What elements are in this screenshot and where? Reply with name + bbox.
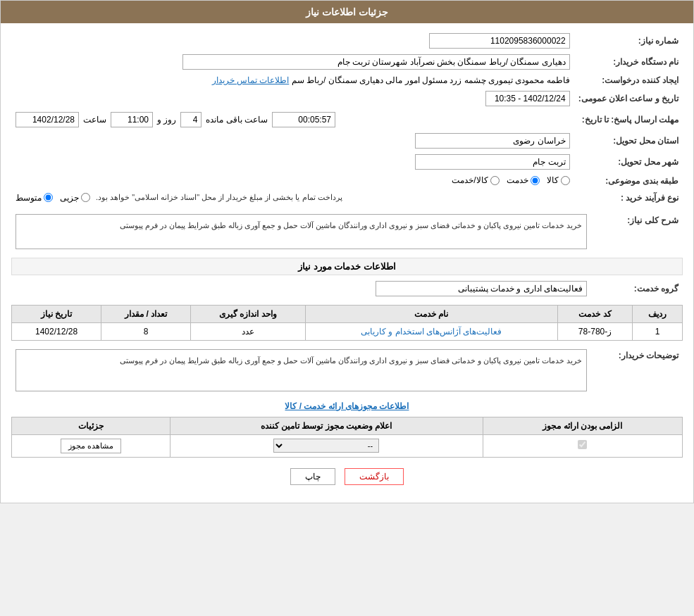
purchase-type-label: نوع فرآیند خرید : (574, 190, 683, 206)
time-label: ساعت (83, 115, 106, 125)
col-qty: تعداد / مقدار (101, 305, 191, 322)
purchase-partial-label: جزیی (60, 193, 79, 203)
service-group-value: فعالیت‌های اداری و خدمات پشتیبانی (11, 278, 591, 299)
category-service-radio[interactable] (531, 176, 540, 185)
service-table: ردیف کد خدمت نام خدمت واحد اندازه گیری ت… (11, 305, 683, 341)
buyer-org-label: نام دستگاه خریدار: (574, 51, 683, 73)
category-goods-service-radio[interactable] (490, 176, 500, 185)
page-title: جزئیات اطلاعات نیاز (306, 6, 388, 18)
service-info-header: اطلاعات خدمات مورد نیاز (11, 258, 683, 275)
permit-title-text: اطلاعات مجوزهای ارائه خدمت / کالا (285, 401, 409, 411)
announce-label: تاریخ و ساعت اعلان عمومی: (574, 88, 683, 109)
purchase-partial-option[interactable]: جزیی (60, 193, 90, 203)
service-group-label: گروه خدمت: (591, 278, 683, 299)
print-button[interactable]: چاپ (290, 468, 335, 485)
category-service-option[interactable]: خدمت (507, 175, 540, 185)
permit-col-required: الزامی بودن ارائه مجوز (483, 417, 682, 434)
back-button[interactable]: بازگشت (345, 468, 404, 485)
buyer-notes-box: خرید خدمات تامین نیروی پاکبان و خدماتی ف… (16, 349, 587, 391)
permit-status-cell: -- (170, 434, 483, 457)
buyer-notes-label: توضیحات خریدار: (591, 346, 683, 394)
need-desc-text: خرید خدمات تامین نیروی پاکبان و خدماتی ف… (120, 221, 582, 230)
purchase-type-row: پرداخت تمام یا بخشی از مبلغ خریدار از مح… (11, 190, 574, 206)
purchase-medium-label: متوسط (16, 193, 42, 203)
row-service-name: فعالیت‌های آژانس‌های استخدام و کاریابی (305, 322, 557, 340)
permit-required-checkbox (578, 440, 587, 449)
response-deadline-label: مهلت ارسال پاسخ: تا تاریخ: (574, 109, 683, 130)
need-number-value: 1102095836000022 (25, 30, 574, 51)
col-unit: واحد اندازه گیری (191, 305, 306, 322)
province-value: خراسان رضوی (11, 130, 574, 151)
need-number-label: شماره نیاز: (574, 30, 683, 51)
table-row: 1 ز-780-78 فعالیت‌های آژانس‌های استخدام … (12, 322, 683, 340)
days-label: روز و (157, 115, 176, 125)
buyer-notes-value: خرید خدمات تامین نیروی پاکبان و خدماتی ف… (11, 346, 591, 394)
permit-status-select[interactable]: -- (273, 439, 379, 453)
row-code: ز-780-78 (557, 322, 632, 340)
page-header: جزئیات اطلاعات نیاز (1, 1, 693, 23)
main-content: شماره نیاز: 1102095836000022 نام دستگاه … (1, 23, 693, 503)
permit-table: الزامی بودن ارائه مجوز اعلام وضعیت مجوز … (11, 417, 683, 458)
need-number-box: 1102095836000022 (429, 33, 570, 49)
action-buttons: بازگشت چاپ (11, 468, 683, 485)
category-goods-label: کالا (547, 175, 559, 185)
category-service-label: خدمت (507, 175, 528, 185)
province-label: استان محل تحویل: (574, 130, 683, 151)
service-group-table: گروه خدمت: فعالیت‌های اداری و خدمات پشتی… (11, 278, 683, 299)
category-radios: کالا خدمت کالا/خدمت (11, 172, 574, 190)
category-label: طبقه بندی موضوعی: (574, 172, 683, 190)
col-row: ردیف (633, 305, 683, 322)
days-box: 4 (180, 112, 202, 127)
permit-section-title[interactable]: اطلاعات مجوزهای ارائه خدمت / کالا (11, 401, 683, 411)
buyer-org-box: دهیاری سمنگان /رباط سمنگان بخش نصرآباد ش… (182, 54, 570, 70)
category-goods-service-option[interactable]: کالا/خدمت (452, 175, 499, 185)
permit-details-cell: مشاهده مجوز (12, 434, 171, 457)
buyer-notes-table: توضیحات خریدار: خرید خدمات تامین نیروی پ… (11, 346, 683, 394)
purchase-partial-radio[interactable] (81, 193, 90, 202)
category-goods-option[interactable]: کالا (547, 175, 570, 185)
col-name: نام خدمت (305, 305, 557, 322)
response-date-box: 1402/12/28 (16, 112, 79, 127)
city-value: تربت جام (11, 151, 574, 172)
creator-text: فاطمه محمودی تیموری چشمه زرد مسئول امور … (292, 75, 570, 85)
permit-col-status: اعلام وضعیت مجوز توسط تامین کننده (170, 417, 483, 434)
permit-row: -- مشاهده مجوز (12, 434, 683, 457)
purchase-medium-radio[interactable] (44, 193, 53, 202)
creator-link[interactable]: اطلاعات تماس خریدار (212, 75, 290, 85)
remaining-label: ساعت باقی مانده (206, 115, 268, 125)
purchase-note-text: پرداخت تمام یا بخشی از مبلغ خریدار از مح… (96, 193, 342, 202)
service-info-title: اطلاعات خدمات مورد نیاز (298, 261, 396, 272)
announce-value: 1402/12/24 - 10:35 (11, 88, 574, 109)
view-permit-button[interactable]: مشاهده مجوز (61, 439, 121, 453)
row-qty: 8 (101, 322, 191, 340)
page-wrapper: جزئیات اطلاعات نیاز شماره نیاز: 11020958… (0, 0, 694, 503)
announce-box: 1402/12/24 - 10:35 (485, 91, 570, 106)
category-goods-service-label: کالا/خدمت (452, 175, 488, 185)
row-unit: عدد (191, 322, 306, 340)
col-code: کد خدمت (557, 305, 632, 322)
province-box: خراسان رضوی (415, 133, 570, 149)
row-date: 1402/12/28 (12, 322, 101, 340)
city-label: شهر محل تحویل: (574, 151, 683, 172)
need-desc-box: خرید خدمات تامین نیروی پاکبان و خدماتی ف… (16, 214, 587, 249)
permit-col-details: جزئیات (12, 417, 171, 434)
buyer-notes-text: خرید خدمات تامین نیروی پاکبان و خدماتی ف… (120, 356, 582, 365)
purchase-medium-option[interactable]: متوسط (16, 193, 53, 203)
response-deadline-row: 00:05:57 ساعت باقی مانده 4 روز و 11:00 س… (11, 109, 574, 130)
need-desc-label: شرح کلی نیاز: (591, 211, 683, 252)
need-desc-value: خرید خدمات تامین نیروی پاکبان و خدماتی ف… (11, 211, 591, 252)
remaining-time-box: 00:05:57 (272, 112, 335, 127)
creator-label: ایجاد کننده درخواست: (574, 73, 683, 88)
creator-value: فاطمه محمودی تیموری چشمه زرد مسئول امور … (11, 73, 574, 88)
service-group-box: فعالیت‌های اداری و خدمات پشتیبانی (376, 281, 587, 296)
buyer-org-value: دهیاری سمنگان /رباط سمنگان بخش نصرآباد ش… (11, 51, 574, 73)
row-num: 1 (633, 322, 683, 340)
city-box: تربت جام (415, 154, 570, 170)
col-date: تاریخ نیاز (12, 305, 101, 322)
info-table: شماره نیاز: 1102095836000022 نام دستگاه … (11, 30, 683, 206)
need-desc-table: شرح کلی نیاز: خرید خدمات تامین نیروی پاک… (11, 211, 683, 252)
time-box: 11:00 (111, 112, 153, 127)
permit-required-cell (483, 434, 682, 457)
category-goods-radio[interactable] (561, 176, 570, 185)
